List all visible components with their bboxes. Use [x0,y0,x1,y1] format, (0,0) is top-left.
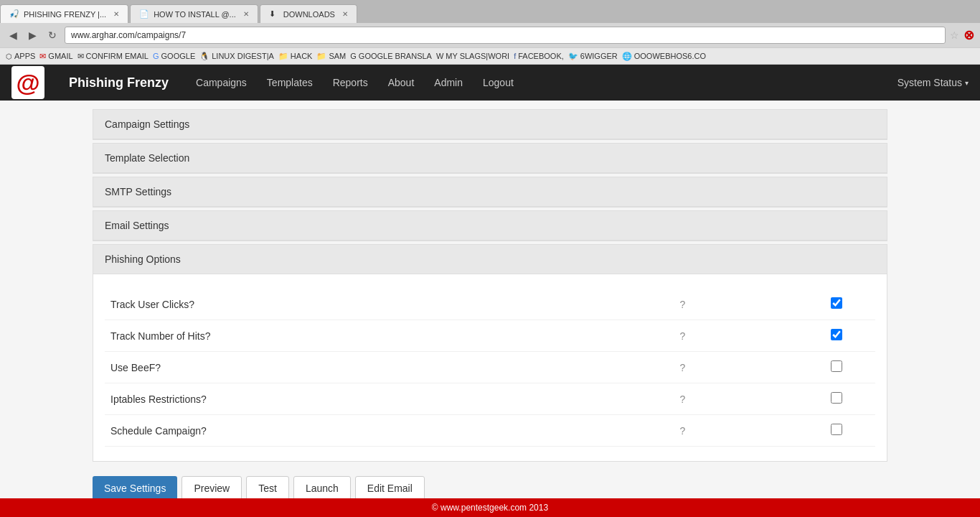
logo-area: @ [11,65,69,101]
system-status-menu[interactable]: System Status ▾ [897,77,969,88]
use-beef-check-cell [798,352,875,383]
bookmark-twitter[interactable]: 🐦 6WIGGER [568,52,618,61]
bookmark-google[interactable]: G GOOGLE [153,52,195,60]
folder-hack-icon: 📁 [278,52,288,61]
bookmark-ooowebhost[interactable]: 🌐 OOOWEBHOS6.CO [622,52,706,61]
iptables-label: Iptables Restrictions? [105,383,567,415]
test-button[interactable]: Test [246,476,289,500]
apps-icon: ⬡ [6,52,12,60]
campaign-settings-header[interactable]: Campaign Settings [93,110,887,139]
email-settings-header[interactable]: Email Settings [93,211,887,241]
track-hits-label: Track Number of Hits? [105,320,567,352]
nav-campaigns[interactable]: Campaigns [186,65,257,101]
gmail-icon: ✉ [39,52,46,61]
reload-button[interactable]: ↻ [44,28,60,42]
smtp-settings-header[interactable]: SMTP Settings [93,177,887,207]
tab-favicon-2: 📄 [139,9,149,19]
tab-favicon-3: ⬇ [269,9,279,19]
nav-reports[interactable]: Reports [323,65,378,101]
bookmark-star-icon[interactable]: ☆ [950,29,959,41]
track-clicks-label: Track User Clicks? [105,289,567,320]
smtp-settings-section: SMTP Settings [93,177,887,208]
phishing-options-table: Track User Clicks? ? Track Number of Hit… [105,289,875,447]
browser-tab-1[interactable]: 🎣 PHISHING FRENZY |... ✕ [0,4,128,23]
track-clicks-row: Track User Clicks? ? [105,289,875,320]
tab-label-1: PHISHING FRENZY |... [24,10,106,19]
bookmark-facebook[interactable]: f FACEBOOK, [514,52,564,60]
forward-button[interactable]: ▶ [25,28,40,42]
bookmark-confirm-email[interactable]: ✉ CONFIRM EMAIL [77,52,149,61]
nav-admin[interactable]: Admin [424,65,473,101]
iptables-help: ? [567,383,798,415]
track-clicks-help: ? [567,289,798,320]
nav-templates[interactable]: Templates [257,65,323,101]
browser-toolbar: ◀ ▶ ↻ ☆ ⊗ [0,23,980,47]
bookmark-google-translate[interactable]: G GOOGLE BRANSLA [350,52,432,60]
phishing-options-body: Track User Clicks? ? Track Number of Hit… [93,274,887,461]
use-beef-help: ? [567,352,798,383]
bookmark-hack[interactable]: 📁 HACK [278,52,313,61]
bookmarks-bar: ⬡ APPS ✉ GMAIL ✉ CONFIRM EMAIL G GOOGLE … [0,47,980,65]
browser-chrome: 🎣 PHISHING FRENZY |... ✕ 📄 HOW TO INSTAL… [0,0,980,65]
footer: © www.pentestgeek.com 2013 [0,498,980,517]
folder-sam-icon: 📁 [316,52,326,61]
bookmark-linux-digest[interactable]: 🐧 LINUX DIGEST|A [199,52,274,61]
tab-close-2[interactable]: ✕ [243,10,249,18]
tab-favicon-1: 🎣 [9,9,19,19]
track-clicks-checkbox[interactable] [831,297,842,309]
bookmark-apps[interactable]: ⬡ APPS [6,52,35,60]
confirm-email-icon: ✉ [77,52,84,61]
app-navbar: @ Phishing Frenzy Campaigns Templates Re… [0,65,980,101]
schedule-help: ? [567,415,798,447]
bookmark-sam[interactable]: 📁 SAM [316,52,346,61]
use-beef-row: Use BeeF? ? [105,352,875,383]
footer-text: © www.pentestgeek.com 2013 [432,503,548,513]
tab-label-2: HOW TO INSTALL @... [154,10,236,19]
template-selection-header[interactable]: Template Selection [93,144,887,173]
bookmark-my-slabs[interactable]: W MY SLAGS|WORI [436,52,509,60]
tab-bar: 🎣 PHISHING FRENZY |... ✕ 📄 HOW TO INSTAL… [0,0,980,23]
wordpress-icon: W [436,52,443,60]
track-hits-checkbox[interactable] [831,329,842,340]
tab-close-3[interactable]: ✕ [342,10,348,18]
schedule-row: Schedule Campaign? ? [105,415,875,447]
phishing-options-header[interactable]: Phishing Options [93,245,887,274]
system-status-caret: ▾ [965,79,969,87]
system-status-label: System Status [897,77,962,88]
tab-label-3: DOWNLOADS [283,10,335,19]
save-settings-button[interactable]: Save Settings [93,476,177,500]
google-icon: G [153,52,159,60]
nav-logout[interactable]: Logout [473,65,524,101]
linux-icon: 🐧 [199,52,209,61]
back-button[interactable]: ◀ [6,28,21,42]
main-content: Campaign Settings Template Selection SMT… [81,101,899,517]
app-brand: Phishing Frenzy [69,75,169,90]
web-icon: 🌐 [622,52,632,61]
track-clicks-check-cell [798,289,875,320]
launch-button[interactable]: Launch [293,476,351,500]
at-logo-symbol: @ [16,70,39,95]
twitter-icon: 🐦 [568,52,578,61]
schedule-label: Schedule Campaign? [105,415,567,447]
campaign-settings-section: Campaign Settings [93,109,887,140]
iptables-row: Iptables Restrictions? ? [105,383,875,415]
address-bar[interactable] [65,27,946,44]
edit-email-button[interactable]: Edit Email [355,476,425,500]
bookmark-gmail[interactable]: ✉ GMAIL [39,52,72,61]
browser-tab-3[interactable]: ⬇ DOWNLOADS ✕ [260,4,357,23]
template-selection-section: Template Selection [93,143,887,174]
use-beef-checkbox[interactable] [831,360,842,372]
iptables-checkbox[interactable] [831,392,842,404]
preview-button[interactable]: Preview [182,476,242,500]
browser-menu-icon[interactable]: ⊗ [963,27,974,43]
browser-tab-2[interactable]: 📄 HOW TO INSTALL @... ✕ [130,4,258,23]
track-hits-check-cell [798,320,875,352]
schedule-checkbox[interactable] [831,424,842,435]
tab-close-1[interactable]: ✕ [113,10,119,18]
iptables-check-cell [798,383,875,415]
nav-about[interactable]: About [378,65,425,101]
track-hits-help: ? [567,320,798,352]
translate-icon: G [350,52,357,60]
schedule-check-cell [798,415,875,447]
track-hits-row: Track Number of Hits? ? [105,320,875,352]
